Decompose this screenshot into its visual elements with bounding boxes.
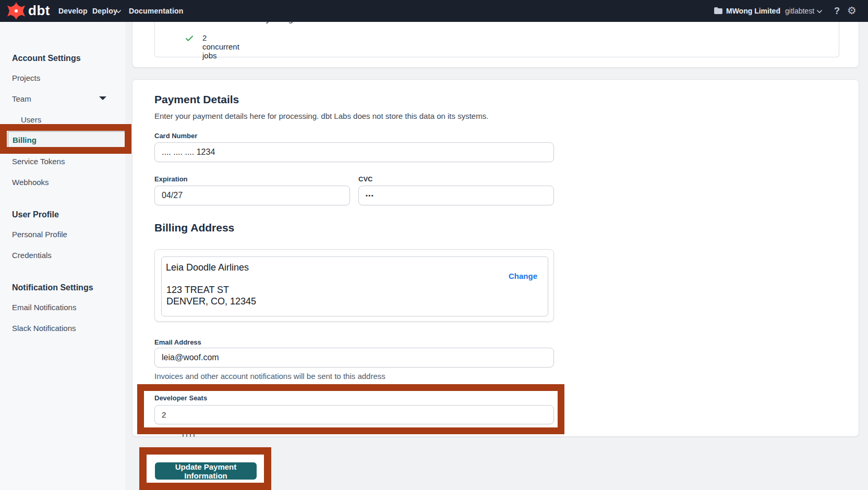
address-line2: DENVER, CO, 12345 — [166, 296, 256, 307]
change-address-link[interactable]: Change — [509, 272, 537, 280]
nav-link-deploy[interactable]: Deploy — [92, 7, 117, 15]
nav-link-documentation[interactable]: Documentation — [129, 7, 184, 15]
cvc-label: CVC — [358, 175, 372, 183]
gear-icon[interactable]: ⚙ — [847, 5, 857, 16]
payment-details-description: Enter your payment details here for proc… — [154, 112, 488, 120]
sidebar-item-team[interactable]: Team — [12, 94, 31, 103]
help-icon[interactable]: ? — [834, 6, 840, 17]
card-number-input[interactable] — [154, 142, 554, 162]
project-name[interactable]: gitlabtest — [785, 7, 814, 15]
sidebar-heading-user-profile: User Profile — [12, 210, 59, 219]
sidebar-item-billing-label: Billing — [13, 136, 37, 144]
email-address-label: Email Address — [154, 338, 201, 346]
update-payment-information-button[interactable]: Update Payment Information — [155, 462, 257, 480]
top-nav: dbt Develop Deploy Documentation MWong L… — [0, 0, 868, 22]
payment-details-card: Payment Details Enter your payment detai… — [132, 79, 859, 437]
sidebar-item-projects[interactable]: Projects — [12, 74, 40, 82]
concurrent-jobs-label: 2 concurrent jobs — [202, 33, 239, 60]
expiration-label: Expiration — [154, 175, 188, 183]
sidebar-item-credentials[interactable]: Credentials — [12, 251, 52, 260]
expiration-input[interactable] — [154, 186, 350, 205]
chevron-down-icon[interactable] — [116, 9, 121, 14]
cvc-input[interactable] — [358, 186, 554, 205]
sidebar-item-webhooks[interactable]: Webhooks — [12, 178, 49, 187]
check-icon — [185, 34, 194, 43]
sidebar-item-users[interactable]: Users — [21, 115, 41, 124]
caret-down-icon[interactable] — [99, 96, 106, 100]
folder-icon — [714, 7, 723, 15]
developer-seats-label: Developer Seats — [154, 394, 207, 402]
sidebar: Account Settings Projects Team Users Ser… — [0, 22, 125, 490]
sidebar-item-service-tokens[interactable]: Service Tokens — [12, 157, 65, 166]
billing-address-box: Leia Doodle Airlines Change 123 TREAT ST… — [154, 249, 554, 322]
email-address-input[interactable] — [154, 348, 554, 368]
sidebar-heading-account-settings: Account Settings — [12, 54, 81, 63]
nav-link-develop[interactable]: Develop — [58, 7, 88, 15]
billing-address-title: Billing Address — [154, 222, 234, 234]
billing-address-inner-box: Leia Doodle Airlines Change 123 TREAT ST… — [161, 256, 548, 316]
dbt-logo-text: dbt — [28, 3, 50, 19]
address-name: Leia Doodle Airlines — [166, 262, 249, 273]
sidebar-heading-notification-settings: Notification Settings — [12, 283, 93, 292]
chevron-down-icon[interactable] — [817, 9, 822, 14]
payment-details-title: Payment Details — [154, 93, 239, 106]
email-helper-text: Invoices and other account notifications… — [154, 372, 385, 381]
sidebar-item-billing[interactable]: Billing — [8, 131, 126, 148]
sidebar-item-email-notifications[interactable]: Email Notifications — [12, 303, 76, 312]
developer-seats-input[interactable] — [154, 405, 554, 424]
clipped-text-fragment — [183, 434, 196, 437]
account-name[interactable]: MWong Limited — [726, 7, 780, 15]
dbt-logo-icon — [7, 2, 25, 20]
sidebar-item-slack-notifications[interactable]: Slack Notifications — [12, 324, 76, 333]
address-line1: 123 TREAT ST — [166, 285, 229, 296]
annotation-box-update-button: Update Payment Information — [139, 447, 271, 490]
breadcrumb-separator: / — [777, 7, 779, 15]
sidebar-item-personal-profile[interactable]: Personal Profile — [12, 230, 67, 239]
card-number-label: Card Number — [154, 132, 197, 140]
